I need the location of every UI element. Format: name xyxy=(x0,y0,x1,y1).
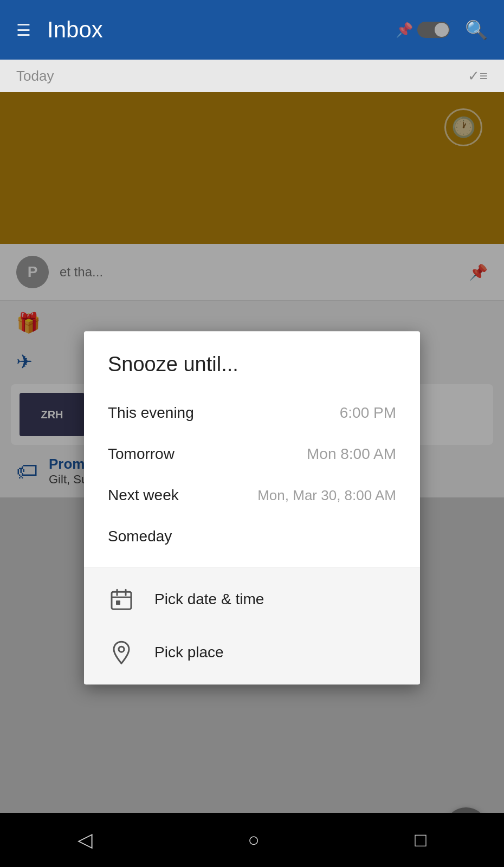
today-bar: Today ✓≡ xyxy=(0,60,504,92)
pick-date-time-option[interactable]: Pick date & time xyxy=(84,573,420,626)
toggle-switch[interactable] xyxy=(417,22,450,38)
snooze-label-next-week: Next week xyxy=(108,487,179,504)
snooze-label-tomorrow: Tomorrow xyxy=(108,445,175,463)
location-pin-icon xyxy=(108,639,135,666)
dialog-title: Snooze until... xyxy=(108,353,396,376)
pick-date-time-label: Pick date & time xyxy=(154,591,264,608)
menu-icon[interactable]: ☰ xyxy=(16,21,31,40)
snooze-option-someday[interactable]: Someday xyxy=(108,516,396,561)
snooze-time-next-week: Mon, Mar 30, 8:00 AM xyxy=(257,487,396,504)
svg-rect-0 xyxy=(112,592,131,609)
snooze-option-this-evening[interactable]: This evening 6:00 PM xyxy=(108,392,396,434)
snooze-label-this-evening: This evening xyxy=(108,404,194,422)
nav-recent-button[interactable]: □ xyxy=(415,829,427,851)
snooze-option-next-week[interactable]: Next week Mon, Mar 30, 8:00 AM xyxy=(108,475,396,516)
snooze-dialog: Snooze until... This evening 6:00 PM Tom… xyxy=(84,331,420,684)
pin-icon: 📌 xyxy=(396,22,413,38)
today-label: Today xyxy=(16,68,54,85)
app-header: ☰ Inbox 📌 🔍 xyxy=(0,0,504,60)
snooze-time-tomorrow: Mon 8:00 AM xyxy=(307,445,396,463)
pick-place-option[interactable]: Pick place xyxy=(84,626,420,679)
search-icon[interactable]: 🔍 xyxy=(465,19,488,41)
app-title: Inbox xyxy=(47,17,396,43)
content-area: 🕐 P et tha... 📌 🎁 ✈ xyxy=(0,92,504,867)
app-background: ☰ Inbox 📌 🔍 Today ✓≡ 🕐 P et tha... 📌 xyxy=(0,0,504,867)
nav-bar: ◁ ○ □ xyxy=(0,813,504,867)
pick-place-label: Pick place xyxy=(154,644,224,661)
dialog-top-section: Snooze until... This evening 6:00 PM Tom… xyxy=(84,331,420,567)
calendar-icon xyxy=(108,586,135,613)
svg-point-5 xyxy=(119,646,124,652)
dialog-bottom-section: Pick date & time Pick place xyxy=(84,567,420,684)
snooze-option-tomorrow[interactable]: Tomorrow Mon 8:00 AM xyxy=(108,434,396,475)
snooze-time-this-evening: 6:00 PM xyxy=(340,404,396,422)
nav-back-button[interactable]: ◁ xyxy=(77,829,93,851)
nav-home-button[interactable]: ○ xyxy=(248,829,260,851)
snooze-label-someday: Someday xyxy=(108,528,172,545)
svg-rect-4 xyxy=(116,600,120,605)
check-done-icon[interactable]: ✓≡ xyxy=(468,68,488,85)
